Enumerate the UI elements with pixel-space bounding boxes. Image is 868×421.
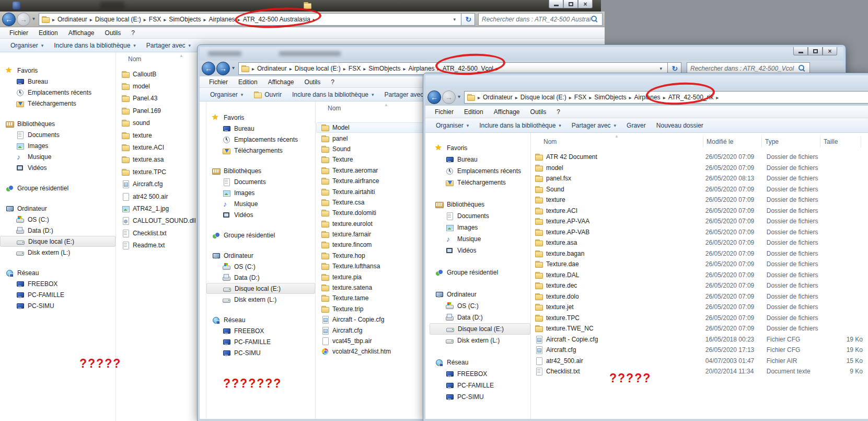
sidebar-item[interactable]: Vidéos xyxy=(0,162,115,173)
breadcrumb-segment[interactable]: SimObjects xyxy=(594,94,634,101)
sidebar-section-header[interactable]: Bibliothèques xyxy=(0,118,115,129)
menu-item[interactable]: Affichage xyxy=(263,77,299,87)
file-row[interactable]: Checklist.txt 20/02/2014 11:34 Document … xyxy=(531,366,868,377)
forward-button[interactable] xyxy=(216,62,230,75)
menu-item[interactable]: Fichier xyxy=(430,107,459,117)
menu-item[interactable]: Edition xyxy=(233,77,263,87)
menu-item[interactable]: Outils xyxy=(525,107,552,117)
forward-button[interactable] xyxy=(442,90,456,104)
sidebar-item[interactable]: Musique xyxy=(0,151,115,162)
sidebar-item[interactable]: Documents xyxy=(0,129,115,140)
breadcrumb-segment[interactable]: Disque local (E:) xyxy=(295,65,349,72)
sidebar-item[interactable]: Data (D:) xyxy=(206,272,315,283)
file-row[interactable]: ATR 42 Document 26/05/2020 07:09 Dossier… xyxy=(531,152,868,163)
sidebar-item[interactable]: Bureau xyxy=(430,154,530,165)
sidebar-section-header[interactable]: Réseau xyxy=(430,357,530,368)
minimize-button[interactable] xyxy=(793,47,808,55)
minimize-button[interactable] xyxy=(549,0,563,8)
refresh-button[interactable] xyxy=(461,13,475,26)
sidebar-item[interactable]: FREEBOX xyxy=(206,325,315,336)
sidebar-item[interactable]: Emplacements récents xyxy=(206,134,315,145)
file-row[interactable]: texture.dec 26/05/2020 07:09 Dossier de … xyxy=(531,280,868,291)
search-box[interactable] xyxy=(478,13,603,26)
file-row[interactable]: model 26/05/2020 07:09 Dossier de fichie… xyxy=(531,163,868,174)
breadcrumb-segment[interactable]: Disque local (E:) xyxy=(520,94,574,101)
sidebar-item[interactable]: Images xyxy=(206,187,315,198)
sidebar-item[interactable]: Documents xyxy=(206,176,315,187)
sidebar-section-header[interactable]: Groupe résidentiel xyxy=(206,230,315,241)
address-dropdown-icon[interactable]: ▾ xyxy=(656,66,665,71)
sidebar-item[interactable]: Emplacements récents xyxy=(0,87,115,98)
sidebar-item[interactable]: OS (C:) xyxy=(206,261,315,272)
forward-button[interactable] xyxy=(17,13,30,26)
sidebar-item[interactable]: Vidéos xyxy=(430,245,530,256)
file-row[interactable]: Aircraft - Copie.cfg 16/05/2018 00:23 Fi… xyxy=(531,334,868,345)
toolbar-button[interactable]: Partager avec▾ xyxy=(566,120,621,131)
column-header-name[interactable]: Nom xyxy=(316,105,341,115)
menu-item[interactable]: Edition xyxy=(33,28,63,38)
file-row[interactable]: texture.AP-VAB 26/05/2020 07:09 Dossier … xyxy=(531,227,868,238)
sidebar-item[interactable]: Musique xyxy=(206,198,315,209)
history-dropdown-icon[interactable] xyxy=(456,93,464,101)
breadcrumb-segment[interactable]: SimObjects xyxy=(169,16,209,23)
address-dropdown-icon[interactable]: ▾ xyxy=(450,17,459,22)
column-header-modified[interactable]: Modifié le xyxy=(703,136,762,147)
breadcrumb-segment[interactable]: Disque local (E:) xyxy=(95,16,149,23)
maximize-button[interactable] xyxy=(563,0,578,8)
file-row[interactable]: texture.dolo 26/05/2020 07:09 Dossier de… xyxy=(531,291,868,302)
sidebar-item[interactable]: OS (C:) xyxy=(430,300,530,312)
file-row[interactable]: texture.ACI 26/05/2020 07:09 Dossier de … xyxy=(531,206,868,217)
sidebar-item[interactable]: FREEBOX xyxy=(430,368,530,380)
file-row[interactable]: texture.jet 26/05/2020 07:09 Dossier de … xyxy=(531,302,868,313)
sidebar-section-header[interactable]: Bibliothèques xyxy=(206,165,315,176)
breadcrumb-segment[interactable]: FSX xyxy=(149,16,169,23)
back-button[interactable] xyxy=(2,13,16,26)
sidebar-item[interactable]: PC-SIMU xyxy=(0,300,115,311)
toolbar-button[interactable]: Organiser▾ xyxy=(205,89,248,100)
sidebar-section-header[interactable]: Ordinateur xyxy=(0,203,115,214)
toolbar-button[interactable]: Organiser▾ xyxy=(431,120,474,131)
menu-item[interactable]: Outils xyxy=(299,77,326,87)
breadcrumb-segment[interactable]: Ordinateur xyxy=(257,65,295,72)
sidebar-item[interactable]: Emplacements récents xyxy=(430,165,530,177)
toolbar-button[interactable]: Inclure dans la bibliothèque▾ xyxy=(287,89,379,100)
file-row[interactable]: texture.asa 26/05/2020 07:09 Dossier de … xyxy=(531,237,868,248)
toolbar-button[interactable]: Inclure dans la bibliothèque▾ xyxy=(474,120,566,131)
file-row[interactable]: texture.DAL 26/05/2020 07:09 Dossier de … xyxy=(531,270,868,281)
file-row[interactable]: texture.TWE_NC 26/05/2020 07:09 Dossier … xyxy=(531,323,868,334)
menu-item[interactable]: Affichage xyxy=(489,107,525,117)
title-bar[interactable]: × xyxy=(200,47,843,61)
search-input[interactable] xyxy=(690,65,798,72)
sidebar-item[interactable]: Data (D:) xyxy=(0,225,115,236)
file-row[interactable]: texture.AP-VAA 26/05/2020 07:09 Dossier … xyxy=(531,216,868,227)
sidebar-item[interactable]: Disk extern (L:) xyxy=(206,294,315,305)
column-header-name[interactable]: Nom▲ xyxy=(531,136,703,147)
sidebar-item[interactable]: PC-SIMU xyxy=(206,347,315,358)
sidebar-item[interactable]: PC-FAMILLE xyxy=(206,336,315,347)
file-row[interactable]: panel.fsx 26/05/2020 08:13 Dossier de fi… xyxy=(531,173,868,184)
column-header-type[interactable]: Type xyxy=(762,136,820,147)
sidebar-item[interactable]: Disque local (E:) xyxy=(206,283,315,294)
sidebar-item[interactable]: Bureau xyxy=(0,76,115,87)
search-icon[interactable] xyxy=(591,15,599,24)
toolbar-button[interactable]: Inclure dans la bibliothèque▾ xyxy=(49,40,141,51)
menu-item[interactable]: ? xyxy=(326,77,340,87)
sidebar-item[interactable]: PC-FAMILLE xyxy=(0,289,115,300)
toolbar-button[interactable]: Ouvrir▾ xyxy=(248,89,287,100)
file-row[interactable]: Aircraft.cfg 26/05/2020 17:13 Fichier CF… xyxy=(531,345,868,356)
sidebar-section-header[interactable]: Réseau xyxy=(0,267,115,278)
menu-item[interactable]: Edition xyxy=(459,107,489,117)
sidebar-section-header[interactable]: Groupe résidentiel xyxy=(430,267,530,278)
sidebar-section-header[interactable]: Favoris xyxy=(430,142,530,154)
search-icon[interactable] xyxy=(798,64,806,73)
breadcrumb-segment[interactable]: SimObjects xyxy=(368,65,408,72)
column-header-size[interactable]: Taille xyxy=(820,136,861,147)
sidebar-section-header[interactable]: Ordinateur xyxy=(206,250,315,261)
back-button[interactable] xyxy=(202,62,215,75)
file-row[interactable]: texture.bagan 26/05/2020 07:09 Dossier d… xyxy=(531,248,868,259)
sidebar-item[interactable]: Téléchargements xyxy=(430,177,530,188)
close-button[interactable]: × xyxy=(578,0,593,8)
file-row[interactable]: texture.TPC 26/05/2020 07:09 Dossier de … xyxy=(531,313,868,324)
breadcrumb-segment[interactable]: FSX xyxy=(574,94,594,101)
sidebar-item[interactable]: Disque local (E:) xyxy=(0,236,115,247)
